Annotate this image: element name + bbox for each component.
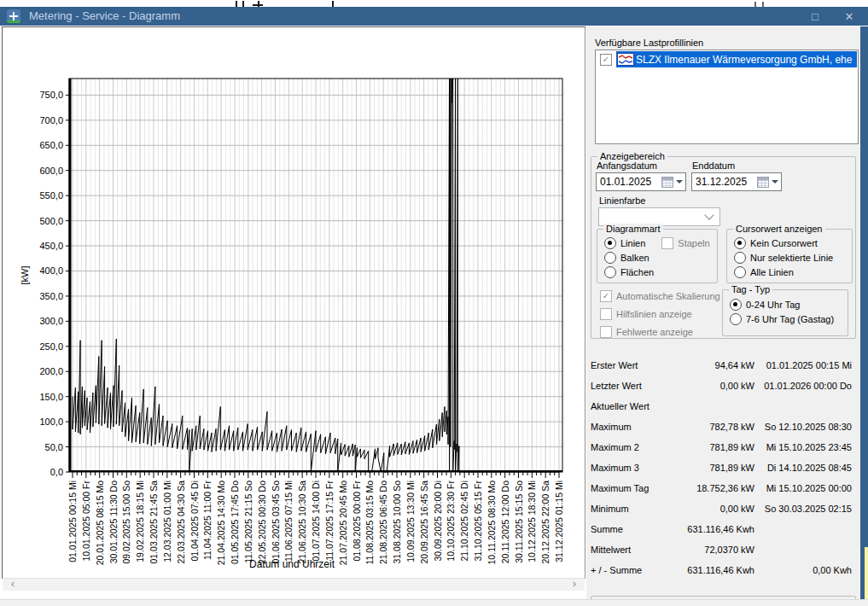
svg-text:[kW]: [kW]	[20, 266, 30, 285]
stat-value: 0,00 kW	[686, 381, 754, 391]
window-title: Metering - Service - Diagramm	[29, 9, 180, 22]
stat-date: 0,00 Kwh	[754, 565, 852, 575]
diagrammart-linien-label: Linien	[620, 238, 645, 248]
tagtyp-label: 0-24 Uhr Tag	[746, 300, 800, 310]
svg-text:21.07.2025 20:45 Mo: 21.07.2025 20:45 Mo	[338, 481, 348, 565]
enddatum-field[interactable]: 31.12.2025	[691, 172, 782, 191]
diagrammart-linien-radio[interactable]	[604, 237, 616, 249]
stat-label: Letzter Wert	[591, 381, 686, 391]
profile-selection[interactable]: SLZX Ilmenauer Wärmeversorgung GmbH, ehe	[616, 51, 857, 67]
automatische-checkbox: ✓	[600, 290, 612, 302]
stat-row: Maximum 2781,89 kWMi 15.10.2025 23:45	[591, 437, 852, 457]
svg-text:21.06.2025 10:30 Sa: 21.06.2025 10:30 Sa	[297, 481, 307, 564]
svg-text:150,0: 150,0	[39, 392, 63, 402]
profile-listbox[interactable]: ✓ SLZX Ilmenauer Wärmeversorgung GmbH, e…	[595, 50, 859, 144]
stat-row: Letzter Wert0,00 kW01.01.2026 00:00 Do	[591, 376, 852, 396]
stat-label: Summe	[591, 524, 686, 534]
diagrammart-flächen-radio[interactable]	[604, 266, 616, 278]
svg-text:450,0: 450,0	[39, 241, 63, 251]
svg-text:10.12.2025 18:30 Mi: 10.12.2025 18:30 Mi	[527, 481, 537, 562]
svg-text:750,0: 750,0	[39, 90, 63, 100]
hilfslinien-checkbox	[600, 308, 612, 320]
cursorwert-radio[interactable]	[734, 252, 746, 264]
anfangsdatum-field[interactable]: 01.01.2025	[596, 172, 686, 191]
tagtyp-radio[interactable]	[730, 299, 742, 311]
stat-row: Aktueller Wert	[591, 396, 852, 417]
svg-text:11.05.2025 21:15 So: 11.05.2025 21:15 So	[243, 481, 253, 563]
scroll-right-icon[interactable]: ›	[568, 579, 581, 590]
svg-text:10.10.2025 23:30 Fr: 10.10.2025 23:30 Fr	[446, 481, 456, 562]
stat-date: 01.01.2026 00:00 Do	[754, 381, 852, 391]
stat-date: 01.01.2025 00:15 Mi	[754, 360, 852, 370]
stat-value: 631.116,46 Kwh	[686, 565, 754, 575]
chevron-down-icon	[704, 210, 714, 219]
profile-list-item[interactable]: ✓ SLZX Ilmenauer Wärmeversorgung GmbH, e…	[597, 51, 857, 67]
svg-text:200,0: 200,0	[39, 366, 63, 376]
dropdown-arrow-icon[interactable]	[676, 180, 683, 187]
stat-label: Maximum	[591, 422, 686, 432]
stat-date: Mi 15.10.2025 23:45	[754, 442, 852, 452]
stat-label: Maximum 3	[591, 463, 686, 473]
tagtyp-legend: Tag - Typ	[729, 284, 772, 294]
cursorwert-group: Cursorwert anzeigen Kein CursorwertNur s…	[726, 229, 853, 283]
cursorwert-radio[interactable]	[734, 237, 746, 249]
profile-checkbox[interactable]: ✓	[600, 54, 612, 66]
svg-text:50,0: 50,0	[45, 442, 63, 452]
stat-value: 72,0370 kW	[686, 545, 754, 555]
background-window-fragment	[332, 1, 334, 7]
svg-text:550,0: 550,0	[39, 190, 63, 201]
calendar-icon[interactable]	[661, 177, 673, 188]
dropdown-arrow-icon[interactable]	[772, 180, 778, 187]
svg-text:350,0: 350,0	[39, 291, 63, 301]
svg-text:30.09.2025 20:00 Di: 30.09.2025 20:00 Di	[433, 481, 443, 562]
stat-label: Mittelwert	[591, 545, 686, 555]
panel-footer	[3, 591, 585, 599]
stapeln-checkbox	[661, 237, 673, 249]
stat-label: Maximum 2	[591, 442, 686, 452]
tagtyp-group: Tag - Typ 0-24 Uhr Tag7-6 Uhr Tag (Gasta…	[722, 289, 848, 336]
cursorwert-label: Alle Linien	[750, 267, 794, 277]
svg-text:10.09.2025 13:30 Mi: 10.09.2025 13:30 Mi	[405, 481, 416, 562]
anfangsdatum-label: Anfangsdatum	[597, 160, 657, 171]
cursorwert-label: Nur selektierte Linie	[750, 253, 833, 263]
svg-text:30.11.2025 15:15 So: 30.11.2025 15:15 So	[514, 481, 524, 563]
fehlwerte-checkbox	[600, 326, 612, 338]
svg-text:500,0: 500,0	[39, 216, 63, 226]
stat-label: Minimum	[591, 504, 686, 514]
svg-text:650,0: 650,0	[39, 140, 63, 150]
cursorwert-label: Kein Cursorwert	[750, 238, 818, 248]
stat-row: Mittelwert72,0370 kW	[591, 539, 852, 560]
svg-text:19.02.2025 18:15 Mi: 19.02.2025 18:15 Mi	[135, 481, 145, 562]
scroll-left-icon[interactable]: ‹	[6, 579, 20, 590]
stat-value: 782,78 kW	[686, 422, 754, 432]
svg-text:20.01.2025 08:15 Mo: 20.01.2025 08:15 Mo	[95, 481, 105, 565]
background-window-fragment	[258, 1, 259, 7]
tagtyp-label: 7-6 Uhr Tag (Gastag)	[746, 314, 834, 324]
stat-label: + / - Summe	[591, 565, 686, 575]
close-button[interactable]: ✕	[835, 7, 864, 26]
automatische-label: Automatische Skalierung	[616, 291, 720, 301]
load-profile-chart[interactable]: 0,050,0100,0150,0200,0250,0300,0350,0400…	[3, 27, 585, 578]
stat-value: 18.752,36 kW	[686, 483, 754, 493]
svg-text:31.10.2025 05:15 Fr: 31.10.2025 05:15 Fr	[473, 481, 483, 562]
maximize-button[interactable]: □	[801, 7, 830, 26]
svg-text:22.05.2025 00:30 Do: 22.05.2025 00:30 Do	[257, 481, 267, 564]
anfangsdatum-value: 01.01.2025	[597, 176, 661, 188]
stat-row: Minimum0,00 kWSo 30.03.2025 02:15	[591, 498, 852, 519]
svg-text:21.08.2025 06:45 Do: 21.08.2025 06:45 Do	[378, 481, 388, 564]
svg-text:300,0: 300,0	[39, 316, 63, 326]
svg-text:600,0: 600,0	[39, 166, 63, 176]
titlebar[interactable]: Metering - Service - Diagramm □ ✕	[0, 7, 868, 26]
svg-text:01.04.2025 07:45 Di: 01.04.2025 07:45 Di	[189, 481, 200, 562]
cursorwert-radio[interactable]	[734, 266, 746, 278]
tagtyp-radio[interactable]	[730, 313, 742, 325]
diagrammart-balken-radio[interactable]	[604, 252, 616, 264]
svg-text:10.01.2025 05:00 Fr: 10.01.2025 05:00 Fr	[81, 481, 91, 562]
statistics-panel: Erster Wert94,64 kW01.01.2025 00:15 MiLe…	[591, 355, 852, 580]
svg-text:11.06.2025 07:15 Mi: 11.06.2025 07:15 Mi	[283, 481, 294, 562]
svg-text:01.08.2025 00:00 Fr: 01.08.2025 00:00 Fr	[352, 481, 362, 562]
svg-text:0,0: 0,0	[50, 467, 63, 477]
hilfslinien-label: Hilfslinien anzeige	[616, 309, 692, 319]
calendar-icon[interactable]	[757, 177, 769, 188]
chart-horizontal-scrollbar[interactable]: ‹ ›	[3, 578, 585, 591]
